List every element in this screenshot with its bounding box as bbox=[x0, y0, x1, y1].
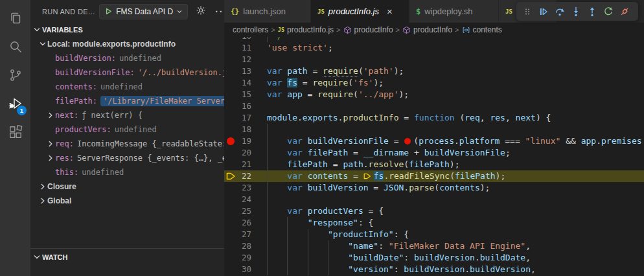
activity-item-run-and-debug[interactable]: 1 bbox=[0, 89, 30, 118]
breadcrumb-item[interactable]: productInfo bbox=[402, 25, 452, 34]
line-number[interactable]: 30 bbox=[237, 264, 251, 275]
chevron-right-icon[interactable] bbox=[38, 197, 47, 205]
code-line[interactable]: 23 var buildVersion = JSON.parse(content… bbox=[224, 182, 644, 194]
activity-item-extensions[interactable] bbox=[0, 118, 30, 146]
line-number[interactable]: 24 bbox=[237, 194, 251, 205]
code-line[interactable]: 21 filePath = path.resolve(filePath); bbox=[224, 159, 644, 170]
line-number[interactable]: 15 bbox=[237, 89, 251, 100]
chevron-down-icon[interactable] bbox=[38, 40, 47, 48]
more-actions-icon[interactable]: ··· bbox=[215, 6, 224, 17]
scope-row[interactable]: Local: module.exports.productInfo bbox=[30, 37, 224, 51]
code-line[interactable]: 14var fs = require('fs'); bbox=[224, 77, 644, 89]
line-number[interactable]: 27 bbox=[237, 229, 251, 240]
code-line[interactable]: 18 bbox=[224, 124, 644, 135]
restart-button[interactable] bbox=[600, 3, 616, 19]
variable-row[interactable]: buildVersionFile:'/../buildVersion.js…' bbox=[30, 65, 224, 80]
variable-row[interactable]: productVers:undefined bbox=[30, 122, 224, 137]
variable-name: filePath: bbox=[55, 97, 97, 106]
code-line[interactable]: 28 "name": "FileMaker Data API Engine", bbox=[224, 240, 644, 252]
tab-wipdeploy-sh[interactable]: $wipdeploy.sh bbox=[409, 0, 499, 23]
code-line[interactable]: 13var path = require('path'); bbox=[224, 65, 644, 77]
variable-value: '/../buildVersion.js…' bbox=[138, 68, 224, 77]
tab-launch-json[interactable]: {}launch.json bbox=[224, 0, 311, 23]
code-line[interactable]: 11'use strict'; bbox=[224, 42, 644, 54]
code-token bbox=[303, 171, 308, 181]
code-line[interactable]: 16 bbox=[224, 100, 644, 112]
line-number[interactable]: 16 bbox=[237, 100, 251, 112]
variable-row[interactable]: this:undefined bbox=[30, 165, 224, 179]
variable-row[interactable]: next:ƒ next(err) { bbox=[30, 108, 224, 122]
line-number[interactable]: 21 bbox=[237, 159, 251, 170]
code-line[interactable]: 19 var buildVersionFile = (process.platf… bbox=[224, 135, 644, 147]
disconnect-button[interactable] bbox=[616, 3, 632, 19]
code-line[interactable]: 27 "productInfo": { bbox=[224, 229, 644, 240]
line-number[interactable]: 18 bbox=[237, 124, 251, 135]
code-token bbox=[267, 206, 287, 216]
continue-button[interactable] bbox=[535, 3, 551, 19]
code-token: res bbox=[490, 113, 505, 122]
variable-row[interactable]: filePath:'/Library/FileMaker Server/W…' bbox=[30, 94, 224, 108]
code-token: var bbox=[287, 148, 302, 157]
line-number[interactable]: 20 bbox=[237, 147, 251, 159]
code-token: app bbox=[581, 136, 596, 146]
code-line[interactable]: 10 */ bbox=[224, 37, 644, 42]
variable-row[interactable]: req:IncomingMessage {_readableState: … bbox=[30, 137, 224, 151]
close-tab-icon[interactable]: × bbox=[387, 6, 393, 16]
code-line[interactable]: 25 var productVers = { bbox=[224, 205, 644, 217]
tab-productinfo-js[interactable]: JSproductInfo.js× bbox=[311, 0, 409, 23]
variable-row[interactable]: buildVersion:undefined bbox=[30, 51, 224, 65]
activity-item-source-control[interactable] bbox=[0, 61, 30, 89]
watch-section: WATCH bbox=[30, 248, 224, 276]
step-over-button[interactable] bbox=[551, 3, 568, 19]
chevron-right-icon[interactable] bbox=[46, 154, 55, 162]
code-line[interactable]: 22 var contents = fs.readFileSync(filePa… bbox=[224, 170, 644, 182]
line-number[interactable]: 23 bbox=[237, 182, 251, 194]
execution-pointer-icon[interactable] bbox=[224, 170, 237, 182]
line-number[interactable]: 28 bbox=[237, 240, 251, 252]
activity-item-search[interactable] bbox=[0, 32, 30, 61]
code-line[interactable]: 24 bbox=[224, 194, 644, 205]
scope-row[interactable]: Global bbox=[30, 194, 224, 208]
variable-row[interactable]: contents:undefined bbox=[30, 80, 224, 94]
code-text bbox=[267, 100, 644, 112]
line-number[interactable]: 14 bbox=[237, 77, 251, 89]
breakpoint-icon[interactable] bbox=[224, 135, 237, 147]
breadcrumb-item[interactable]: JSproductInfo.js bbox=[278, 25, 334, 34]
line-number[interactable]: 13 bbox=[237, 65, 251, 77]
code-line[interactable]: 29 "buildDate": buildVersion.buildDate, bbox=[224, 252, 644, 264]
code-line[interactable]: 12 bbox=[224, 54, 644, 65]
step-into-button[interactable] bbox=[568, 3, 584, 19]
code-line[interactable]: 15var app = require('../app'); bbox=[224, 89, 644, 100]
breadcrumb-item[interactable]: contents bbox=[462, 25, 502, 34]
code-editor[interactable]: 10 */11'use strict';1213var path = requi… bbox=[224, 37, 644, 276]
breadcrumb-item[interactable]: controllers bbox=[233, 25, 268, 34]
variables-section-header[interactable]: VARIABLES bbox=[30, 23, 224, 37]
chevron-right-icon[interactable] bbox=[46, 140, 55, 148]
line-number[interactable]: 17 bbox=[237, 112, 251, 124]
chevron-right-icon[interactable] bbox=[38, 183, 47, 190]
line-number[interactable]: 25 bbox=[237, 205, 251, 217]
line-number[interactable]: 22 bbox=[237, 170, 251, 182]
line-number[interactable]: 11 bbox=[237, 42, 251, 54]
watch-section-header[interactable]: WATCH bbox=[30, 249, 224, 266]
gear-icon[interactable] bbox=[196, 5, 206, 18]
drag-handle-icon bbox=[522, 6, 533, 17]
code-token: ; bbox=[505, 148, 511, 157]
drag-handle-button[interactable] bbox=[519, 3, 535, 19]
line-number[interactable]: 12 bbox=[237, 54, 251, 65]
step-out-button[interactable] bbox=[584, 3, 600, 19]
line-number[interactable]: 26 bbox=[237, 217, 251, 229]
line-number[interactable]: 10 bbox=[237, 37, 251, 42]
scope-row[interactable]: Closure bbox=[30, 179, 224, 194]
breadcrumb-item[interactable]: productInfo bbox=[343, 25, 393, 34]
code-line[interactable]: 30 "version": buildVersion.buildVersion, bbox=[224, 264, 644, 275]
variable-row[interactable]: res:ServerResponse {_events: {…}, _ev… bbox=[30, 151, 224, 165]
code-line[interactable]: 26 "response": { bbox=[224, 217, 644, 229]
line-number[interactable]: 29 bbox=[237, 252, 251, 264]
launch-config-select[interactable]: FMS Data API D bbox=[99, 4, 188, 19]
code-line[interactable]: 17module.exports.productInfo = function … bbox=[224, 112, 644, 124]
line-number[interactable]: 19 bbox=[237, 135, 251, 147]
activity-item-explorer[interactable] bbox=[0, 4, 30, 32]
code-line[interactable]: 20 var filePath = __dirname + buildVersi… bbox=[224, 147, 644, 159]
chevron-right-icon[interactable] bbox=[46, 111, 55, 119]
